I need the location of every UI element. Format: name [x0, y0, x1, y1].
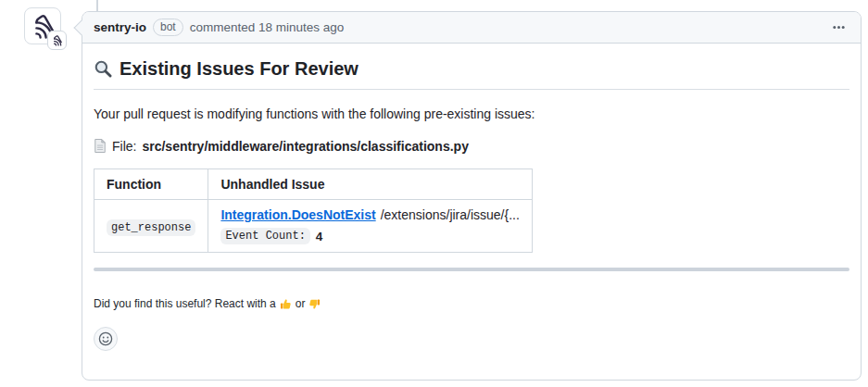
intro-text: Your pull request is modifying functions… — [94, 105, 849, 123]
issue-cell: Integration.DoesNotExist /extensions/jir… — [208, 200, 532, 253]
add-reaction-button[interactable] — [94, 327, 118, 351]
smiley-icon — [98, 331, 113, 346]
timestamp-link[interactable]: commented 18 minutes ago — [190, 20, 345, 34]
magnifying-glass-icon — [94, 59, 113, 79]
page-icon — [94, 138, 107, 154]
kebab-menu-button[interactable] — [828, 17, 849, 38]
bot-badge: bot — [153, 19, 183, 36]
comment-body: Existing Issues For Review Your pull req… — [82, 44, 861, 366]
author-link[interactable]: sentry-io — [94, 20, 146, 34]
th-function: Function — [94, 169, 208, 200]
table-row: get_response Integration.DoesNotExist /e… — [94, 200, 533, 253]
sentry-logo-icon — [51, 34, 63, 46]
table-header-row: Function Unhandled Issue — [94, 169, 533, 200]
kebab-icon — [832, 20, 846, 34]
function-cell: get_response — [94, 200, 208, 253]
comment-card: sentry-io bot commented 18 minutes ago — [82, 11, 862, 381]
feedback-prefix: Did you find this useful? React with a — [94, 297, 276, 310]
divider — [94, 268, 849, 271]
issues-table: Function Unhandled Issue get_response In… — [94, 169, 533, 253]
page: sentry-io bot commented 18 minutes ago — [0, 0, 868, 387]
th-unhandled-issue: Unhandled Issue — [208, 169, 532, 200]
thumbs-down-icon — [308, 298, 321, 310]
comment-header: sentry-io bot commented 18 minutes ago — [82, 12, 861, 44]
file-path: src/sentry/middleware/integrations/class… — [142, 139, 468, 154]
feedback-or: or — [296, 297, 306, 310]
issue-link[interactable]: Integration.DoesNotExist — [220, 207, 375, 222]
file-line: File: src/sentry/middleware/integrations… — [94, 138, 849, 154]
avatar-bot-badge — [47, 31, 67, 50]
thumbs-up-icon — [280, 298, 292, 310]
avatar[interactable] — [24, 7, 61, 44]
event-count-label: Event Count: — [220, 228, 309, 244]
comment-caret — [74, 20, 90, 36]
event-count-value: 4 — [316, 230, 323, 243]
comment-title-text: Existing Issues For Review — [120, 58, 359, 80]
issue-path: /extensions/jira/issue/{... — [381, 207, 520, 222]
file-label: File: — [112, 139, 136, 154]
feedback-text: Did you find this useful? React with a o… — [94, 297, 849, 310]
comment-title: Existing Issues For Review — [94, 58, 849, 90]
function-name-code: get_response — [107, 219, 195, 236]
